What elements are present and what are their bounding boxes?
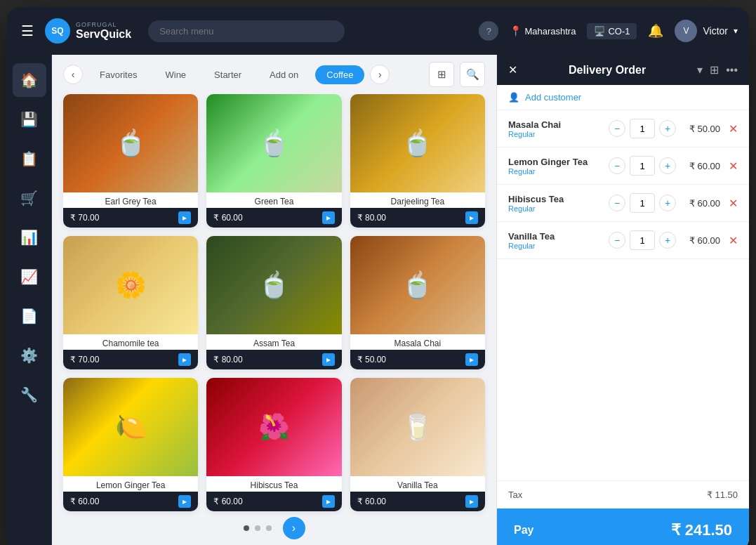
order-item-info-masala-chai: Masala Chai Regular [508, 119, 603, 138]
pagination-dot-2[interactable] [255, 525, 260, 531]
grid-icon[interactable]: ⊞ [710, 63, 719, 77]
bell-icon[interactable]: 🔔 [648, 23, 663, 39]
qty-decrease-vanilla[interactable]: − [609, 232, 625, 249]
hamburger-icon[interactable]: ☰ [18, 20, 37, 42]
pagination-next-button[interactable]: › [283, 517, 305, 539]
qty-input-vanilla[interactable] [630, 230, 655, 250]
sidebar-item-save[interactable]: 💾 [13, 103, 46, 136]
product-card-vanilla[interactable]: 🥛 Vanilla Tea ₹ 60.00 ▸ [350, 378, 485, 511]
add-customer-icon: 👤 [508, 92, 519, 103]
product-price-chamomile: ₹ 70.00 [70, 355, 99, 365]
tab-addon[interactable]: Add on [258, 65, 310, 84]
add-customer-label: Add customer [525, 92, 581, 103]
sidebar-item-tools[interactable]: 🔧 [13, 378, 46, 412]
order-item-type-lemon-ginger: Regular [508, 167, 603, 176]
pay-label: Pay [514, 524, 533, 537]
brand-name: ServQuick [76, 28, 131, 41]
qty-increase-vanilla[interactable]: + [659, 232, 676, 249]
qty-increase-masala-chai[interactable]: + [659, 120, 676, 137]
add-product-icon-lemon-ginger[interactable]: ▸ [178, 495, 191, 508]
product-price-bar-hibiscus: ₹ 60.00 ▸ [206, 492, 341, 511]
add-product-icon-earl-grey[interactable]: ▸ [178, 211, 191, 224]
qty-control-hibiscus: − + [609, 193, 676, 213]
tab-prev-arrow[interactable]: ‹ [63, 65, 83, 84]
remove-item-masala-chai[interactable]: ✕ [729, 122, 738, 136]
grid-view-button[interactable]: ⊞ [429, 62, 454, 87]
sidebar-item-settings[interactable]: ⚙️ [13, 339, 46, 372]
product-card-lemon-ginger[interactable]: 🍋 Lemon Ginger Tea ₹ 60.00 ▸ [63, 378, 198, 511]
order-item-name-lemon-ginger: Lemon Ginger Tea [508, 157, 603, 167]
pay-button[interactable]: Pay ₹ 241.50 [497, 508, 749, 545]
add-product-icon-vanilla[interactable]: ▸ [465, 495, 478, 508]
tab-coffee[interactable]: Coffee [315, 65, 364, 84]
add-product-icon-darjeeling[interactable]: ▸ [465, 211, 478, 224]
add-product-icon-hibiscus[interactable]: ▸ [322, 495, 335, 508]
add-product-icon-assam[interactable]: ▸ [322, 353, 335, 366]
order-item-vanilla: Vanilla Tea Regular − + ₹ 60.00 ✕ [497, 222, 749, 259]
sidebar-item-cart[interactable]: 🛒 [13, 181, 46, 215]
top-nav: ☰ SQ GOFRUGAL ServQuick ? 📍 Maharashtra … [7, 7, 749, 55]
qty-increase-hibiscus[interactable]: + [659, 195, 676, 211]
pagination-dot-3[interactable] [266, 525, 272, 531]
sidebar-item-orders[interactable]: 📋 [13, 142, 46, 176]
tab-wine[interactable]: Wine [154, 65, 197, 84]
help-button[interactable]: ? [479, 21, 498, 41]
remove-item-hibiscus[interactable]: ✕ [729, 197, 738, 210]
qty-decrease-masala-chai[interactable]: − [609, 120, 625, 137]
location-label: Maharashtra [524, 26, 576, 37]
product-price-darjeeling: ₹ 80.00 [357, 213, 386, 223]
product-card-hibiscus[interactable]: 🌺 Hibiscus Tea ₹ 60.00 ▸ [206, 378, 341, 511]
user-area[interactable]: V Victor ▾ [675, 20, 738, 42]
tax-row: Tax ₹ 11.50 [497, 480, 749, 508]
more-options-icon[interactable]: ••• [726, 64, 738, 77]
product-card-assam[interactable]: 🍵 Assam Tea ₹ 80.00 ▸ [206, 236, 341, 369]
nav-icons: ? 📍 Maharashtra 🖥️ CO-1 🔔 V Victor ▾ [479, 20, 738, 42]
add-customer-bar[interactable]: 👤 Add customer [497, 85, 749, 110]
remove-item-vanilla[interactable]: ✕ [729, 234, 738, 247]
order-item-type-masala-chai: Regular [508, 130, 603, 138]
product-card-masala-chai[interactable]: 🍵 Masala Chai ₹ 50.00 ▸ [350, 236, 485, 369]
add-product-icon-chamomile[interactable]: ▸ [178, 353, 191, 366]
pagination-dot-1[interactable] [244, 525, 249, 531]
qty-decrease-hibiscus[interactable]: − [609, 195, 625, 211]
sidebar-item-analytics[interactable]: 📈 [13, 260, 46, 294]
product-image-chamomile: 🌼 [63, 236, 198, 334]
order-item-price-hibiscus: ₹ 60.00 [682, 198, 720, 209]
qty-input-lemon-ginger[interactable] [630, 156, 655, 176]
sidebar-item-reports[interactable]: 📊 [13, 221, 46, 254]
qty-input-hibiscus[interactable] [630, 193, 655, 213]
tab-next-arrow[interactable]: › [370, 65, 390, 84]
product-price-bar-masala-chai: ₹ 50.00 ▸ [350, 350, 485, 369]
order-item-price-masala-chai: ₹ 50.00 [682, 124, 720, 134]
remove-item-lemon-ginger[interactable]: ✕ [729, 159, 738, 173]
sidebar-item-home[interactable]: 🏠 [13, 63, 46, 97]
product-card-earl-grey[interactable]: 🍵 Earl Grey Tea ₹ 70.00 ▸ [63, 94, 198, 228]
product-name-masala-chai: Masala Chai [350, 334, 485, 350]
order-panel: ✕ Delivery Order ▾ ⊞ ••• 👤 Add customer … [496, 55, 749, 545]
add-product-icon-masala-chai[interactable]: ▸ [465, 353, 478, 366]
tab-favorites[interactable]: Favorites [88, 65, 148, 84]
qty-decrease-lemon-ginger[interactable]: − [609, 157, 625, 174]
product-card-chamomile[interactable]: 🌼 Chamomile tea ₹ 70.00 ▸ [63, 236, 198, 369]
order-item-name-hibiscus: Hibiscus Tea [508, 194, 603, 204]
add-product-icon-green-tea[interactable]: ▸ [322, 211, 335, 224]
product-grid-container: 🍵 Earl Grey Tea ₹ 70.00 ▸ 🍵 Green Tea ₹ … [52, 94, 496, 545]
chevron-down-icon[interactable]: ▾ [697, 63, 703, 77]
qty-increase-lemon-ginger[interactable]: + [659, 157, 676, 174]
product-card-green-tea[interactable]: 🍵 Green Tea ₹ 60.00 ▸ [206, 94, 341, 228]
product-image-green-tea: 🍵 [206, 94, 341, 192]
search-button[interactable]: 🔍 [460, 62, 485, 87]
product-price-green-tea: ₹ 60.00 [213, 213, 242, 223]
user-name: Victor [703, 25, 728, 37]
product-card-darjeeling[interactable]: 🍵 Darjeeling Tea ₹ 80.00 ▸ [350, 94, 485, 228]
app-frame: ☰ SQ GOFRUGAL ServQuick ? 📍 Maharashtra … [7, 7, 749, 545]
sidebar-item-documents[interactable]: 📄 [13, 299, 46, 333]
search-input[interactable] [148, 20, 345, 42]
close-order-button[interactable]: ✕ [508, 63, 517, 77]
tab-starter[interactable]: Starter [203, 65, 253, 84]
product-image-earl-grey: 🍵 [63, 94, 198, 192]
tab-actions: ⊞ 🔍 [429, 62, 485, 87]
product-price-bar-vanilla: ₹ 60.00 ▸ [350, 492, 485, 511]
sidebar: 🏠 💾 📋 🛒 📊 📈 📄 ⚙️ 🔧 [7, 55, 52, 545]
qty-input-masala-chai[interactable] [630, 119, 655, 138]
